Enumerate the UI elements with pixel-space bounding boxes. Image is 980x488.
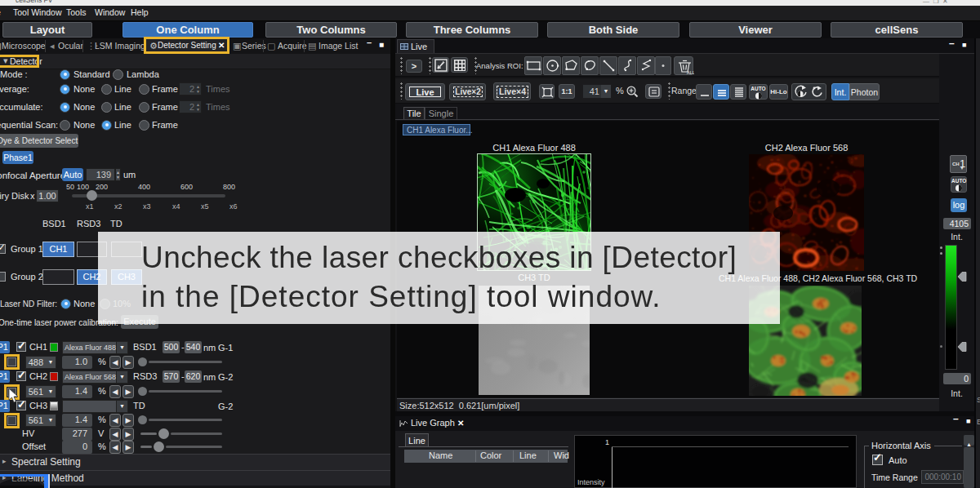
svg-text:ALL: ALL [687, 70, 694, 75]
